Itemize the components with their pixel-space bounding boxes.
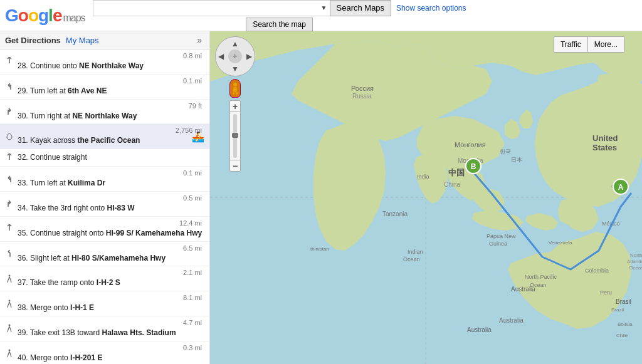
direction-step-37: 2.1 mi 37. Take the ramp onto I-H-2 S <box>0 266 209 291</box>
turn-right-icon <box>5 107 14 116</box>
step-40-distance: 0.3 mi <box>18 344 204 351</box>
svg-text:Brazil: Brazil <box>611 307 624 313</box>
more-button[interactable]: More... <box>588 36 624 53</box>
sidebar-header: Get Directions My Maps » <box>0 31 209 49</box>
svg-text:Brasil: Brasil <box>616 298 631 305</box>
step-40-text: 40. Merge onto I-H-201 E <box>18 353 102 363</box>
traffic-button[interactable]: Traffic <box>554 36 588 53</box>
nav-center[interactable]: ✛ <box>228 49 242 63</box>
nav-down-arrow[interactable]: ▼ <box>231 65 239 73</box>
get-directions-button[interactable]: Get Directions <box>5 36 61 45</box>
direction-step-29: 0.1 mi 29. Turn left at 6th Ave NE <box>0 75 209 100</box>
svg-text:한국: 한국 <box>500 148 511 155</box>
nav-left-arrow[interactable]: ◀ <box>218 52 224 61</box>
zoom-out-button[interactable]: − <box>229 160 241 171</box>
turn-left-icon <box>5 82 14 91</box>
step-28-text: 28. Continue onto NE Northlake Way <box>18 61 144 71</box>
svg-text:Papua New: Papua New <box>487 233 516 239</box>
svg-text:North: North <box>630 252 642 258</box>
step-34-content: 34. Take the 3rd right onto HI-83 W <box>18 203 204 214</box>
step-39-distance: 4.7 mi <box>18 319 204 326</box>
zoom-slider-track[interactable] <box>233 114 237 158</box>
svg-text:Indian: Indian <box>408 249 423 255</box>
step-32-content: 32. Continue straight <box>18 152 204 163</box>
map-overlay-buttons: Traffic More... <box>554 36 624 53</box>
step-36-text: 36. Slight left at HI-80 S/Kamehameha Hw… <box>18 253 166 264</box>
pegman-icon <box>231 82 239 95</box>
step-33-content: 33. Turn left at Kuilima Dr <box>18 178 204 189</box>
directions-list: 0.8 mi 28. Continue onto NE Northlake Wa… <box>0 49 209 364</box>
step-31-content: 31. Kayak across the Pacific Ocean <box>18 135 204 146</box>
navigation-pad[interactable]: ▲ ▼ ◀ ▶ ✛ <box>215 36 255 76</box>
google-maps-logo: Google maps <box>5 6 85 26</box>
nav-up-arrow[interactable]: ▲ <box>231 39 239 48</box>
direction-step-32: 32. Continue straight <box>0 149 209 167</box>
step-39-content: 39. Take exit 13B toward Halawa Hts. Sta… <box>18 328 204 338</box>
svg-text:日本: 日本 <box>511 157 522 163</box>
svg-text:Ocean: Ocean <box>629 265 642 271</box>
step-34-text: 34. Take the 3rd right onto HI-83 W <box>18 203 135 214</box>
search-input[interactable] <box>93 0 331 16</box>
direction-step-40: 0.3 mi 40. Merge onto I-H-201 E <box>0 341 209 364</box>
step-35-text: 35. Continue straight onto HI-99 S/ Kame… <box>18 228 202 239</box>
svg-text:thinistan: thinistan <box>310 246 329 252</box>
direction-step-31: 2,756 mi 31. Kayak across the Pacific Oc… <box>0 124 209 149</box>
svg-text:North Pacific: North Pacific <box>525 274 557 280</box>
nav-right-arrow[interactable]: ▶ <box>246 52 252 61</box>
step-32-text: 32. Continue straight <box>18 152 87 163</box>
zoom-slider-thumb[interactable] <box>232 133 238 138</box>
svg-point-3 <box>9 350 11 351</box>
pegman[interactable] <box>229 79 241 98</box>
logo-letter-e: e <box>53 6 62 26</box>
turn-right-icon-34 <box>5 199 14 208</box>
svg-text:Peru: Peru <box>600 289 612 296</box>
step-38-content: 38. Merge onto I-H-1 E <box>18 303 204 313</box>
map-navigation-controls: ▲ ▼ ◀ ▶ ✛ + <box>215 36 255 172</box>
header: Google maps ▼ Search Maps Show search op… <box>0 0 642 31</box>
direction-step-34: 0.5 mi 34. Take the 3rd right onto HI-83… <box>0 192 209 217</box>
svg-text:A: A <box>618 183 624 192</box>
search-dropdown-arrow[interactable]: ▼ <box>321 4 327 11</box>
search-maps-button[interactable]: Search Maps <box>330 0 392 16</box>
direction-step-38: 8.1 mi 38. Merge onto I-H-1 E <box>0 291 209 316</box>
step-31-text: 31. Kayak across the Pacific Ocean <box>18 135 140 146</box>
slight-left-icon-36 <box>5 249 14 258</box>
show-search-options-link[interactable]: Show search options <box>396 4 466 13</box>
step-29-text: 29. Turn left at 6th Ave NE <box>18 86 107 96</box>
step-30-content: 30. Turn right at NE Northlake Way <box>18 111 204 122</box>
marker-b: B <box>466 159 481 174</box>
marker-a: A <box>613 179 628 194</box>
svg-rect-5 <box>233 87 237 92</box>
svg-text:B: B <box>471 162 476 171</box>
walk-icon-39 <box>5 324 14 333</box>
collapse-sidebar-button[interactable]: » <box>194 35 204 45</box>
logo-letter-o1: o <box>18 6 28 26</box>
kayak-person-icon: 🚣 <box>192 130 204 142</box>
svg-point-0 <box>9 274 11 276</box>
search-row: ▼ Search Maps Show search options <box>93 0 466 16</box>
step-37-distance: 2.1 mi <box>18 269 204 276</box>
svg-point-2 <box>9 325 11 326</box>
svg-text:Russia: Russia <box>352 93 372 100</box>
svg-point-1 <box>9 299 11 301</box>
step-28-distance: 0.8 mi <box>18 52 204 60</box>
step-30-text: 30. Turn right at NE Northlake Way <box>18 111 137 122</box>
walk-icon-38 <box>5 299 14 308</box>
search-the-map-button[interactable]: Search the map <box>246 18 313 31</box>
svg-text:States: States <box>592 143 617 152</box>
straight-icon-32 <box>5 153 14 162</box>
svg-text:Монголия: Монголия <box>455 141 486 148</box>
my-maps-link[interactable]: My Maps <box>66 36 99 45</box>
step-36-content: 36. Slight left at HI-80 S/Kamehameha Hw… <box>18 253 204 264</box>
zoom-control: + − <box>229 100 241 172</box>
direction-step-36: 6.5 mi 36. Slight left at HI-80 S/Kameha… <box>0 242 209 267</box>
zoom-in-button[interactable]: + <box>229 101 241 112</box>
step-33-distance: 0.1 mi <box>18 169 204 177</box>
svg-text:Ocean: Ocean <box>403 256 420 263</box>
svg-text:Australia: Australia <box>511 286 535 293</box>
kayak-step-icon <box>5 132 14 141</box>
step-37-content: 37. Take the ramp onto I-H-2 S <box>18 278 204 288</box>
map-area[interactable]: Traffic More... ▲ ▼ ◀ ▶ ✛ <box>210 31 642 364</box>
svg-text:United: United <box>592 133 618 143</box>
directions-sidebar[interactable]: Get Directions My Maps » 0.8 mi 28. Cont… <box>0 31 210 364</box>
